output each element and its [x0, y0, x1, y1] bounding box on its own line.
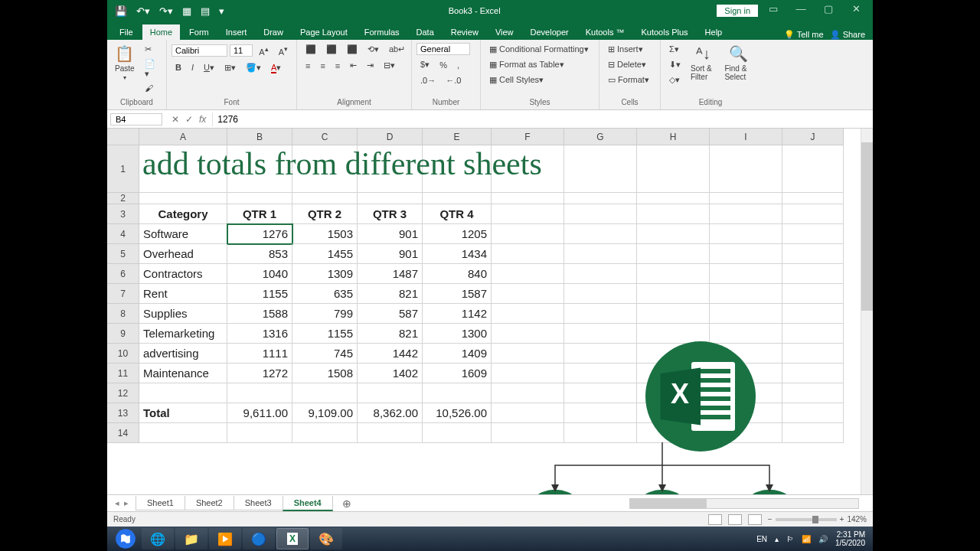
maximize-icon[interactable]: ▢	[816, 3, 841, 18]
cell[interactable]: 1442	[358, 344, 423, 364]
taskbar-paint-icon[interactable]: 🎨	[310, 528, 342, 549]
tab-review[interactable]: Review	[443, 24, 486, 40]
cell[interactable]: 901	[358, 244, 423, 264]
sheet-nav-next-icon[interactable]: ▸	[124, 498, 129, 508]
delete-cells-button[interactable]: ⊟ Delete▾	[604, 58, 655, 71]
fill-color-icon[interactable]: 🪣▾	[242, 61, 265, 74]
autosum-icon[interactable]: Σ▾	[665, 43, 684, 56]
tray-volume-icon[interactable]: 🔊	[818, 535, 828, 543]
sheet-tab[interactable]: Sheet1	[136, 496, 185, 510]
cancel-formula-icon[interactable]: ✕	[172, 114, 179, 125]
worksheet-grid[interactable]: A B C D E F G H I J 1 2 3 4 5 6 7 8 9 10…	[107, 129, 873, 494]
tab-draw[interactable]: Draw	[256, 24, 291, 40]
cell[interactable]: Rent	[139, 284, 227, 304]
qat-more-icon[interactable]: ▾	[219, 5, 224, 17]
save-icon[interactable]: 💾	[115, 5, 127, 17]
undo-icon[interactable]: ↶▾	[136, 5, 150, 17]
sort-filter-button[interactable]: ᴬ↓Sort & Filter	[688, 43, 718, 83]
comma-icon[interactable]: ,	[453, 59, 463, 71]
redo-icon[interactable]: ↷▾	[159, 5, 173, 17]
zoom-out-icon[interactable]: −	[768, 515, 773, 523]
col-header[interactable]: C	[292, 129, 358, 145]
cell[interactable]: 1409	[423, 344, 492, 364]
format-as-table-button[interactable]: ▦ Format as Table▾	[485, 58, 594, 71]
formula-input[interactable]: 1276	[212, 112, 873, 126]
zoom-slider[interactable]	[776, 518, 837, 521]
cell[interactable]: QTR 2	[292, 204, 358, 224]
font-name-combo[interactable]: Calibri	[172, 44, 227, 57]
tab-formulas[interactable]: Formulas	[357, 24, 407, 40]
cell[interactable]: 1300	[423, 324, 492, 344]
row-header[interactable]: 11	[107, 364, 139, 383]
col-header[interactable]: F	[492, 129, 564, 145]
taskbar-chrome-icon[interactable]: 🔵	[243, 528, 275, 549]
tab-home[interactable]: Home	[142, 24, 180, 40]
row-header[interactable]: 13	[107, 403, 139, 423]
cell[interactable]: 10,526.00	[423, 403, 492, 423]
col-header[interactable]: D	[358, 129, 423, 145]
col-header[interactable]: H	[637, 129, 710, 145]
page-break-view-icon[interactable]	[748, 514, 762, 525]
cut-icon[interactable]: ✂	[141, 43, 162, 56]
cell[interactable]: 821	[358, 284, 423, 304]
cell[interactable]: Telemarketing	[139, 324, 227, 344]
taskbar-ie-icon[interactable]: 🌐	[142, 528, 174, 549]
row-header[interactable]: 1	[107, 145, 139, 193]
dec-decimal-icon[interactable]: ←.0	[442, 74, 465, 86]
cell[interactable]: 853	[227, 244, 292, 264]
conditional-formatting-button[interactable]: ▦ Conditional Formatting▾	[485, 43, 594, 56]
start-button[interactable]	[110, 527, 141, 551]
sheet-nav-prev-icon[interactable]: ◂	[115, 498, 119, 508]
cell[interactable]: Total	[139, 403, 227, 423]
row-header[interactable]: 2	[107, 193, 139, 204]
fx-icon[interactable]: fx	[199, 114, 206, 125]
clear-icon[interactable]: ◇▾	[665, 73, 684, 86]
cell[interactable]: 8,362.00	[358, 403, 423, 423]
insert-cells-button[interactable]: ⊞ Insert▾	[604, 43, 655, 56]
inc-decimal-icon[interactable]: .0→	[416, 74, 439, 86]
cell[interactable]: Contractors	[139, 264, 227, 284]
cell[interactable]: 799	[292, 304, 358, 324]
sheet-tab-active[interactable]: Sheet4	[283, 496, 333, 511]
wrap-text-icon[interactable]: ab↵	[385, 43, 409, 56]
cell-styles-button[interactable]: ▦ Cell Styles▾	[485, 73, 594, 86]
vertical-scrollbar[interactable]	[861, 129, 873, 494]
tab-data[interactable]: Data	[409, 24, 442, 40]
cell[interactable]: 1316	[227, 324, 292, 344]
taskbar-explorer-icon[interactable]: 📁	[175, 528, 207, 549]
page-layout-view-icon[interactable]	[728, 514, 742, 525]
select-all-button[interactable]	[107, 129, 139, 145]
tab-view[interactable]: View	[488, 24, 521, 40]
indent-dec-icon[interactable]: ⇤	[346, 59, 361, 72]
sheet-tab[interactable]: Sheet2	[185, 496, 234, 510]
tray-lang[interactable]: EN	[756, 535, 767, 543]
cell[interactable]: 1040	[227, 264, 292, 284]
qat-icon[interactable]: ▦	[182, 5, 191, 17]
cell[interactable]: Category	[139, 204, 227, 224]
merge-icon[interactable]: ⊟▾	[380, 59, 399, 72]
font-color-icon[interactable]: A▾	[267, 61, 285, 74]
cell[interactable]: 840	[423, 264, 492, 284]
cell[interactable]: 1434	[423, 244, 492, 264]
zoom-in-icon[interactable]: +	[840, 515, 844, 523]
align-left-icon[interactable]: ≡	[302, 60, 314, 72]
row-header[interactable]: 12	[107, 383, 139, 403]
col-header[interactable]: G	[564, 129, 637, 145]
ribbon-options-icon[interactable]: ▭	[761, 3, 786, 18]
horizontal-scrollbar[interactable]	[629, 498, 859, 509]
align-top-icon[interactable]: ⬛	[302, 43, 320, 56]
cell[interactable]: 635	[292, 284, 358, 304]
col-header[interactable]: E	[423, 129, 492, 145]
row-header[interactable]: 5	[107, 244, 139, 264]
decrease-font-icon[interactable]: A▾	[275, 43, 292, 58]
cell[interactable]: 1588	[227, 304, 292, 324]
copy-icon[interactable]: 📄▾	[141, 57, 162, 80]
cell[interactable]: 1155	[292, 324, 358, 344]
normal-view-icon[interactable]	[708, 514, 722, 525]
border-icon[interactable]: ⊞▾	[220, 61, 240, 74]
tab-developer[interactable]: Developer	[523, 24, 577, 40]
cell[interactable]: 9,611.00	[227, 403, 292, 423]
tell-me[interactable]: 💡 Tell me	[784, 30, 824, 40]
share-button[interactable]: 👤 Share	[830, 30, 865, 40]
cell[interactable]: 1487	[358, 264, 423, 284]
